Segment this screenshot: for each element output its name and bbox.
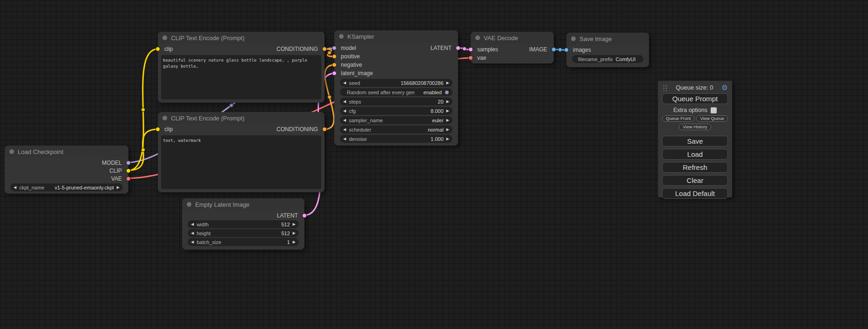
- collapse-dot-icon[interactable]: [187, 202, 191, 207]
- node-vae-decode[interactable]: VAE Decode samples IMAGE vae: [471, 32, 554, 63]
- collapse-dot-icon[interactable]: [162, 116, 167, 120]
- input-slot-clip[interactable]: [155, 127, 160, 132]
- output-row-model: MODEL: [5, 159, 128, 167]
- decrement-arrow-icon[interactable]: ◀: [191, 240, 194, 244]
- extra-options-checkbox[interactable]: [711, 107, 717, 113]
- output-slot-latent[interactable]: [302, 213, 307, 218]
- node-ksampler[interactable]: KSampler model LATENT positive negative …: [334, 30, 458, 146]
- node-empty-latent-image[interactable]: Empty Latent Image LATENT ◀ width 512 ▶ …: [182, 198, 304, 250]
- positive-prompt-textarea[interactable]: beautiful scenery nature glass bottle la…: [161, 55, 321, 99]
- load-button[interactable]: Load: [662, 149, 728, 160]
- negative-prompt-textarea[interactable]: text, watermark: [161, 135, 321, 189]
- input-slot-clip[interactable]: [155, 47, 160, 51]
- output-slot-vae[interactable]: [126, 176, 131, 181]
- widget-label: steps: [349, 99, 361, 105]
- decrement-arrow-icon[interactable]: ◀: [191, 231, 194, 235]
- widget-value: euler: [432, 118, 443, 123]
- drag-handle-icon[interactable]: [662, 84, 667, 91]
- widget-ckpt-name[interactable]: ◀ ckpt_name v1-5-pruned-emaonly.ckpt ▶: [10, 183, 123, 191]
- decrement-arrow-icon[interactable]: ◀: [343, 128, 346, 132]
- output-label: CONDITIONING: [276, 126, 318, 133]
- widget-batch-size[interactable]: ◀ batch_size 1 ▶: [188, 238, 299, 246]
- node-title-bar[interactable]: Save Image: [566, 33, 649, 45]
- collapse-dot-icon[interactable]: [475, 35, 480, 40]
- toggle-knob-icon[interactable]: [445, 90, 449, 95]
- decrement-arrow-icon[interactable]: ◀: [343, 100, 346, 104]
- increment-arrow-icon[interactable]: ▶: [446, 128, 449, 132]
- node-title-bar[interactable]: Load Checkpoint: [5, 146, 128, 158]
- increment-arrow-icon[interactable]: ▶: [117, 186, 120, 189]
- node-title-bar[interactable]: CLIP Text Encode (Prompt): [158, 32, 325, 44]
- slot-row: negative: [334, 61, 458, 69]
- increment-arrow-icon[interactable]: ▶: [293, 223, 296, 226]
- collapse-dot-icon[interactable]: [339, 34, 344, 39]
- widget-height[interactable]: ◀ height 512 ▶: [188, 229, 299, 237]
- input-slot-images[interactable]: [564, 48, 569, 52]
- node-title: Empty Latent Image: [195, 201, 249, 208]
- widget-denoise[interactable]: ◀ denoise 1.000 ▶: [340, 135, 452, 143]
- decrement-arrow-icon[interactable]: ◀: [343, 81, 346, 85]
- output-slot-conditioning[interactable]: [322, 47, 327, 51]
- decrement-arrow-icon[interactable]: ◀: [191, 223, 194, 226]
- output-row-latent: LATENT: [182, 211, 304, 219]
- collapse-dot-icon[interactable]: [9, 149, 14, 154]
- decrement-arrow-icon[interactable]: ◀: [343, 137, 346, 141]
- input-slot-positive[interactable]: [332, 54, 337, 59]
- output-slot-latent[interactable]: [456, 46, 460, 50]
- save-button[interactable]: Save: [662, 136, 728, 147]
- queue-front-button[interactable]: Queue Front: [662, 115, 694, 122]
- widget-width[interactable]: ◀ width 512 ▶: [188, 220, 299, 228]
- input-slot-negative[interactable]: [332, 63, 337, 67]
- input-label: model: [341, 45, 356, 51]
- output-label: CONDITIONING: [276, 46, 318, 52]
- node-title-bar[interactable]: VAE Decode: [471, 32, 554, 44]
- increment-arrow-icon[interactable]: ▶: [446, 119, 449, 122]
- node-clip-text-encode-positive[interactable]: CLIP Text Encode (Prompt) clip CONDITION…: [158, 32, 325, 103]
- extra-options-row: Extra options: [662, 107, 728, 113]
- increment-arrow-icon[interactable]: ▶: [446, 100, 449, 104]
- increment-arrow-icon[interactable]: ▶: [293, 231, 296, 235]
- slot-row: positive: [334, 52, 458, 61]
- node-title-bar[interactable]: Empty Latent Image: [182, 198, 304, 210]
- decrement-arrow-icon[interactable]: ◀: [343, 119, 346, 122]
- output-slot-model[interactable]: [126, 161, 131, 165]
- link-midpoint-dot: [328, 95, 332, 99]
- node-save-image[interactable]: Save Image images filename_prefix ComfyU…: [566, 33, 649, 67]
- collapse-dot-icon[interactable]: [571, 36, 576, 41]
- queue-prompt-button[interactable]: Queue Prompt: [662, 93, 728, 104]
- input-slot-model[interactable]: [332, 46, 337, 50]
- queue-menu-panel[interactable]: Queue size: 0 ⚙ Queue Prompt Extra optio…: [658, 81, 732, 197]
- output-label: IMAGE: [529, 46, 547, 53]
- decrement-arrow-icon[interactable]: ◀: [343, 109, 346, 113]
- widget-steps[interactable]: ◀ steps 20 ▶: [340, 98, 452, 105]
- input-slot-samples[interactable]: [468, 47, 473, 52]
- increment-arrow-icon[interactable]: ▶: [446, 109, 449, 113]
- load-default-button[interactable]: Load Default: [662, 188, 728, 199]
- widget-seed[interactable]: ◀ seed 156680208700286 ▶: [340, 79, 452, 87]
- input-slot-vae[interactable]: [468, 56, 473, 60]
- output-slot-image[interactable]: [551, 47, 556, 52]
- view-queue-button[interactable]: View Queue: [696, 115, 728, 122]
- output-slot-clip[interactable]: [126, 168, 131, 173]
- output-slot-conditioning[interactable]: [322, 127, 327, 132]
- refresh-button[interactable]: Refresh: [662, 162, 728, 173]
- widget-scheduler[interactable]: ◀ scheduler normal ▶: [340, 126, 452, 133]
- slot-row: clip CONDITIONING: [158, 45, 325, 53]
- decrement-arrow-icon[interactable]: ◀: [14, 186, 16, 189]
- collapse-dot-icon[interactable]: [162, 35, 167, 40]
- node-clip-text-encode-negative[interactable]: CLIP Text Encode (Prompt) clip CONDITION…: [158, 112, 325, 192]
- widget-random-seed-toggle[interactable]: Random seed after every gen enabled: [340, 88, 452, 96]
- increment-arrow-icon[interactable]: ▶: [446, 137, 449, 141]
- view-history-button[interactable]: View History: [679, 124, 711, 130]
- widget-sampler-name[interactable]: ◀ sampler_name euler ▶: [340, 116, 452, 124]
- clear-button[interactable]: Clear: [662, 175, 728, 186]
- increment-arrow-icon[interactable]: ▶: [293, 240, 296, 244]
- widget-cfg[interactable]: ◀ cfg 8.000 ▶: [340, 107, 452, 115]
- widget-filename-prefix[interactable]: filename_prefix ComfyUI: [572, 55, 643, 63]
- settings-gear-icon[interactable]: ⚙: [722, 84, 728, 91]
- increment-arrow-icon[interactable]: ▶: [446, 81, 449, 85]
- input-slot-latent-image[interactable]: [332, 71, 337, 76]
- node-title-bar[interactable]: CLIP Text Encode (Prompt): [158, 112, 325, 124]
- node-title-bar[interactable]: KSampler: [334, 30, 458, 42]
- node-load-checkpoint[interactable]: Load Checkpoint MODEL CLIP VAE ◀ ckpt_na…: [5, 146, 128, 194]
